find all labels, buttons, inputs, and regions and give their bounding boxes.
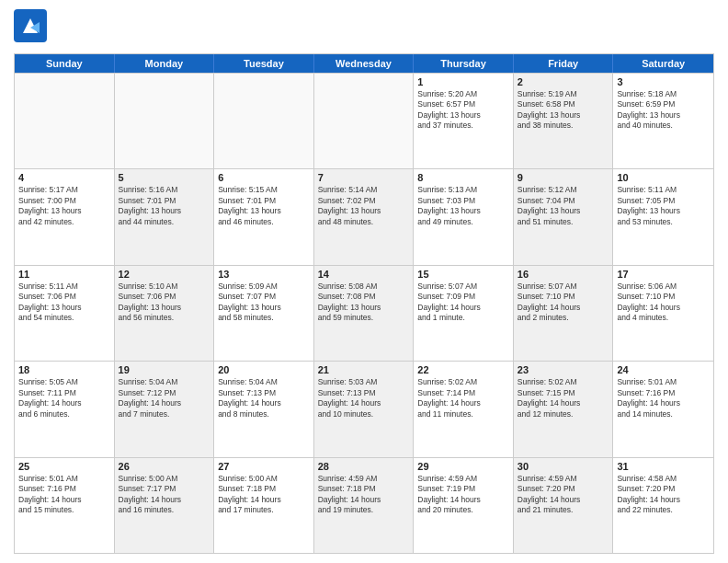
day-number: 14 bbox=[318, 269, 410, 280]
day-number: 11 bbox=[18, 269, 110, 280]
page: SundayMondayTuesdayWednesdayThursdayFrid… bbox=[0, 0, 728, 563]
day-number: 18 bbox=[18, 364, 110, 375]
day-cell-19: 19Sunrise: 5:04 AMSunset: 7:12 PMDayligh… bbox=[115, 362, 215, 456]
day-cell-9: 9Sunrise: 5:12 AMSunset: 7:04 PMDaylight… bbox=[514, 169, 614, 264]
empty-cell bbox=[15, 74, 115, 168]
logo-icon bbox=[14, 9, 47, 42]
calendar-row-1: 1Sunrise: 5:20 AMSunset: 6:57 PMDaylight… bbox=[15, 73, 713, 168]
day-cell-21: 21Sunrise: 5:03 AMSunset: 7:13 PMDayligh… bbox=[314, 362, 415, 456]
day-number: 20 bbox=[218, 364, 310, 375]
calendar-row-5: 25Sunrise: 5:01 AMSunset: 7:16 PMDayligh… bbox=[15, 457, 713, 553]
day-info: Sunrise: 5:14 AMSunset: 7:02 PMDaylight:… bbox=[318, 185, 410, 227]
day-info: Sunrise: 5:10 AMSunset: 7:06 PMDaylight:… bbox=[119, 282, 210, 324]
day-number: 23 bbox=[518, 364, 609, 375]
day-cell-27: 27Sunrise: 5:00 AMSunset: 7:18 PMDayligh… bbox=[214, 458, 314, 553]
day-number: 12 bbox=[119, 269, 210, 280]
day-info: Sunrise: 5:12 AMSunset: 7:04 PMDaylight:… bbox=[518, 185, 609, 227]
logo bbox=[14, 9, 51, 46]
day-cell-6: 6Sunrise: 5:15 AMSunset: 7:01 PMDaylight… bbox=[214, 169, 314, 264]
empty-cell bbox=[214, 74, 314, 168]
day-number: 24 bbox=[617, 364, 710, 375]
day-number: 10 bbox=[617, 172, 710, 183]
day-number: 30 bbox=[518, 461, 609, 472]
day-info: Sunrise: 5:02 AMSunset: 7:15 PMDaylight:… bbox=[518, 377, 609, 419]
day-cell-17: 17Sunrise: 5:06 AMSunset: 7:10 PMDayligh… bbox=[613, 266, 713, 361]
weekday-header-friday: Friday bbox=[514, 54, 614, 73]
weekday-header-tuesday: Tuesday bbox=[214, 54, 314, 73]
day-cell-13: 13Sunrise: 5:09 AMSunset: 7:07 PMDayligh… bbox=[214, 266, 314, 361]
day-info: Sunrise: 5:13 AMSunset: 7:03 PMDaylight:… bbox=[417, 185, 509, 227]
day-number: 27 bbox=[218, 461, 310, 472]
day-number: 19 bbox=[119, 364, 210, 375]
day-info: Sunrise: 5:16 AMSunset: 7:01 PMDaylight:… bbox=[119, 185, 210, 227]
day-cell-24: 24Sunrise: 5:01 AMSunset: 7:16 PMDayligh… bbox=[613, 362, 713, 456]
weekday-header-wednesday: Wednesday bbox=[314, 54, 415, 73]
day-cell-12: 12Sunrise: 5:10 AMSunset: 7:06 PMDayligh… bbox=[115, 266, 215, 361]
day-number: 22 bbox=[417, 364, 509, 375]
day-cell-7: 7Sunrise: 5:14 AMSunset: 7:02 PMDaylight… bbox=[314, 169, 415, 264]
day-number: 4 bbox=[18, 172, 110, 183]
day-cell-10: 10Sunrise: 5:11 AMSunset: 7:05 PMDayligh… bbox=[613, 169, 713, 264]
day-number: 15 bbox=[417, 269, 509, 280]
day-number: 2 bbox=[518, 76, 609, 87]
empty-cell bbox=[115, 74, 215, 168]
day-info: Sunrise: 5:15 AMSunset: 7:01 PMDaylight:… bbox=[218, 185, 310, 227]
day-cell-3: 3Sunrise: 5:18 AMSunset: 6:59 PMDaylight… bbox=[613, 74, 713, 168]
day-info: Sunrise: 5:00 AMSunset: 7:18 PMDaylight:… bbox=[218, 474, 310, 516]
calendar-header: SundayMondayTuesdayWednesdayThursdayFrid… bbox=[15, 54, 713, 73]
day-cell-14: 14Sunrise: 5:08 AMSunset: 7:08 PMDayligh… bbox=[314, 266, 415, 361]
day-number: 25 bbox=[18, 461, 110, 472]
day-info: Sunrise: 5:11 AMSunset: 7:06 PMDaylight:… bbox=[18, 282, 110, 324]
calendar-row-4: 18Sunrise: 5:05 AMSunset: 7:11 PMDayligh… bbox=[15, 361, 713, 456]
day-info: Sunrise: 5:00 AMSunset: 7:17 PMDaylight:… bbox=[119, 474, 210, 516]
day-info: Sunrise: 4:59 AMSunset: 7:18 PMDaylight:… bbox=[318, 474, 410, 516]
calendar: SundayMondayTuesdayWednesdayThursdayFrid… bbox=[14, 53, 714, 554]
day-cell-29: 29Sunrise: 4:59 AMSunset: 7:19 PMDayligh… bbox=[414, 458, 514, 553]
day-number: 21 bbox=[318, 364, 410, 375]
day-cell-28: 28Sunrise: 4:59 AMSunset: 7:18 PMDayligh… bbox=[314, 458, 415, 553]
day-info: Sunrise: 5:18 AMSunset: 6:59 PMDaylight:… bbox=[617, 89, 710, 132]
day-info: Sunrise: 5:09 AMSunset: 7:07 PMDaylight:… bbox=[218, 282, 310, 324]
day-number: 29 bbox=[417, 461, 509, 472]
day-number: 1 bbox=[417, 76, 509, 87]
day-info: Sunrise: 5:03 AMSunset: 7:13 PMDaylight:… bbox=[318, 377, 410, 419]
day-number: 3 bbox=[617, 76, 710, 87]
calendar-row-3: 11Sunrise: 5:11 AMSunset: 7:06 PMDayligh… bbox=[15, 265, 713, 361]
day-info: Sunrise: 5:07 AMSunset: 7:10 PMDaylight:… bbox=[518, 282, 609, 324]
day-info: Sunrise: 5:07 AMSunset: 7:09 PMDaylight:… bbox=[417, 282, 509, 324]
day-info: Sunrise: 5:01 AMSunset: 7:16 PMDaylight:… bbox=[18, 474, 110, 516]
day-number: 7 bbox=[318, 172, 410, 183]
empty-cell bbox=[314, 74, 415, 168]
day-number: 31 bbox=[617, 461, 710, 472]
day-info: Sunrise: 5:06 AMSunset: 7:10 PMDaylight:… bbox=[617, 282, 710, 324]
day-info: Sunrise: 5:04 AMSunset: 7:12 PMDaylight:… bbox=[119, 377, 210, 419]
day-number: 17 bbox=[617, 269, 710, 280]
day-cell-1: 1Sunrise: 5:20 AMSunset: 6:57 PMDaylight… bbox=[414, 74, 514, 168]
day-info: Sunrise: 4:59 AMSunset: 7:19 PMDaylight:… bbox=[417, 474, 509, 516]
calendar-body: 1Sunrise: 5:20 AMSunset: 6:57 PMDaylight… bbox=[15, 73, 713, 553]
day-cell-11: 11Sunrise: 5:11 AMSunset: 7:06 PMDayligh… bbox=[15, 266, 115, 361]
day-number: 6 bbox=[218, 172, 310, 183]
day-cell-5: 5Sunrise: 5:16 AMSunset: 7:01 PMDaylight… bbox=[115, 169, 215, 264]
weekday-header-thursday: Thursday bbox=[414, 54, 514, 73]
day-number: 26 bbox=[119, 461, 210, 472]
day-cell-23: 23Sunrise: 5:02 AMSunset: 7:15 PMDayligh… bbox=[514, 362, 614, 456]
day-info: Sunrise: 5:19 AMSunset: 6:58 PMDaylight:… bbox=[518, 89, 609, 132]
weekday-header-saturday: Saturday bbox=[613, 54, 713, 73]
day-number: 28 bbox=[318, 461, 410, 472]
day-cell-30: 30Sunrise: 4:59 AMSunset: 7:20 PMDayligh… bbox=[514, 458, 614, 553]
day-cell-8: 8Sunrise: 5:13 AMSunset: 7:03 PMDaylight… bbox=[414, 169, 514, 264]
calendar-row-2: 4Sunrise: 5:17 AMSunset: 7:00 PMDaylight… bbox=[15, 168, 713, 264]
day-info: Sunrise: 5:20 AMSunset: 6:57 PMDaylight:… bbox=[417, 89, 509, 132]
day-number: 9 bbox=[518, 172, 609, 183]
day-number: 16 bbox=[518, 269, 609, 280]
day-cell-22: 22Sunrise: 5:02 AMSunset: 7:14 PMDayligh… bbox=[414, 362, 514, 456]
day-number: 5 bbox=[119, 172, 210, 183]
day-cell-2: 2Sunrise: 5:19 AMSunset: 6:58 PMDaylight… bbox=[514, 74, 614, 168]
day-info: Sunrise: 5:05 AMSunset: 7:11 PMDaylight:… bbox=[18, 377, 110, 419]
weekday-header-sunday: Sunday bbox=[15, 54, 115, 73]
day-info: Sunrise: 4:59 AMSunset: 7:20 PMDaylight:… bbox=[518, 474, 609, 516]
day-info: Sunrise: 5:02 AMSunset: 7:14 PMDaylight:… bbox=[417, 377, 509, 419]
day-cell-26: 26Sunrise: 5:00 AMSunset: 7:17 PMDayligh… bbox=[115, 458, 215, 553]
day-cell-20: 20Sunrise: 5:04 AMSunset: 7:13 PMDayligh… bbox=[214, 362, 314, 456]
